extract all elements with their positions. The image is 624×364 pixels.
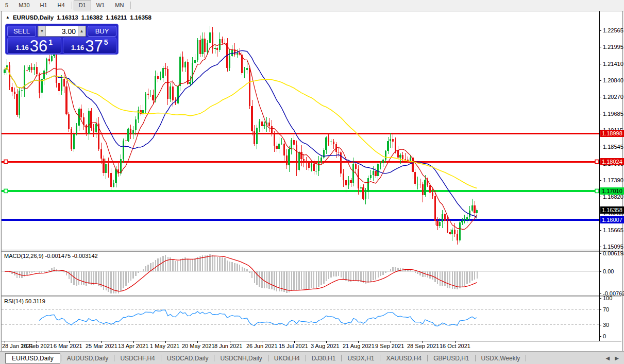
tab-gbpusd-h1[interactable]: GBPUSD,H1 [428, 353, 474, 363]
candles [4, 32, 478, 241]
moving-average-line [5, 43, 477, 229]
rsi-indicator-pane[interactable]: RSI(14) 50.3119 [2, 297, 621, 341]
ohlc-high-value: 1.16382 [81, 14, 103, 21]
tab-audusd-daily[interactable]: AUDUSD,Daily [62, 353, 114, 363]
tab-separator [61, 355, 61, 361]
sell-price-display[interactable]: 1.16 36 1 [7, 38, 61, 54]
line-handle[interactable] [595, 189, 599, 193]
tab-usdcnh-daily[interactable]: USDCNH,Daily [215, 353, 267, 363]
timeframe-button-mn[interactable]: MN [110, 1, 129, 10]
tab-separator [475, 355, 476, 361]
price-chart-pane[interactable]: ▲ EURUSD,Daily 1.16313 1.16382 1.16211 1… [2, 11, 621, 250]
volume-spinner: ▼ ▲ [38, 26, 86, 37]
tab-separator [526, 355, 526, 361]
rsi-chart [2, 297, 599, 341]
line-handle[interactable] [595, 160, 599, 164]
tab-separator [306, 355, 306, 361]
ohlc-open-value: 1.16313 [57, 14, 78, 21]
date-axis [2, 341, 621, 351]
buy-price-display[interactable]: 1.16 37 5 [63, 38, 117, 54]
timeframe-button-h4[interactable]: H4 [53, 1, 70, 10]
buy-button[interactable]: BUY [88, 26, 116, 37]
timeframe-button-5[interactable]: 5 [0, 1, 13, 10]
buy-price-main: 37 [85, 39, 103, 53]
timeframe-toolbar: 5M30H1H4D1W1MN [0, 0, 624, 11]
macd-indicator-pane[interactable]: MACD(12,26,9) -0.001475 -0.003142 [2, 252, 621, 295]
one-click-trading-panel: SELL ▼ ▲ BUY 1.16 36 1 1.16 [5, 24, 119, 55]
tab-scroll-right-icon[interactable]: ▶ [615, 355, 619, 361]
tab-eurusd-daily[interactable]: EURUSD,Daily [5, 353, 60, 363]
line-handle[interactable] [4, 160, 8, 164]
trading-terminal-window: 5M30H1H4D1W1MN ▲ EURUSD,Daily 1.16313 1.… [0, 0, 624, 364]
chart-symbol-label: EURUSD,Daily [13, 14, 54, 21]
sell-button[interactable]: SELL [7, 26, 36, 37]
tab-separator [268, 355, 268, 361]
chart-window[interactable]: ▲ EURUSD,Daily 1.16313 1.16382 1.16211 1… [1, 11, 623, 352]
timeframe-button-w1[interactable]: W1 [91, 1, 110, 10]
tab-separator [214, 355, 214, 361]
buy-price-pip: 5 [104, 38, 108, 46]
macd-label: MACD(12,26,9) -0.001475 -0.003142 [4, 253, 98, 259]
tab-usdchf-h4[interactable]: USDCHF,H4 [115, 353, 160, 363]
tab-separator [161, 355, 161, 361]
tab-separator [427, 355, 428, 361]
ohlc-close-value: 1.16358 [130, 14, 151, 21]
buy-price-prefix: 1.16 [71, 44, 84, 51]
chart-tab-bar: EURUSD,DailyAUDUSD,DailyUSDCHF,H4USDCAD,… [0, 351, 624, 364]
timeframe-button-h1[interactable]: H1 [35, 1, 53, 10]
collapse-arrow-icon[interactable]: ▲ [6, 15, 10, 21]
sell-price-main: 36 [30, 39, 47, 53]
timeframe-button-d1[interactable]: D1 [74, 1, 91, 10]
toolbar-separator [72, 2, 72, 9]
timeframe-button-m30[interactable]: M30 [13, 1, 35, 10]
chart-tabs: EURUSD,DailyAUDUSD,DailyUSDCHF,H4USDCAD,… [0, 353, 527, 363]
volume-increase-icon[interactable]: ▲ [78, 26, 86, 36]
tab-scroll-left-icon[interactable]: ◀ [606, 355, 610, 361]
volume-decrease-icon[interactable]: ▼ [38, 26, 46, 36]
tab-usdx-weekly[interactable]: USDX,Weekly [476, 353, 526, 363]
line-handle[interactable] [4, 189, 8, 193]
tab-usdcad-daily[interactable]: USDCAD,Daily [162, 353, 214, 363]
toolbar-separator [130, 2, 131, 9]
volume-input[interactable] [46, 26, 78, 36]
chart-header: ▲ EURUSD,Daily 1.16313 1.16382 1.16211 1… [6, 14, 151, 21]
price-axis-line [599, 11, 600, 341]
tab-xauusd-h4[interactable]: XAUUSD,H4 [381, 353, 427, 363]
tab-separator [380, 355, 380, 361]
tab-separator [114, 355, 114, 361]
tab-separator [341, 355, 342, 361]
tab-ukoil-h4[interactable]: UKOil,H4 [269, 353, 305, 363]
rsi-label: RSI(14) 50.3119 [4, 298, 45, 304]
rsi-line [39, 310, 477, 326]
sell-price-prefix: 1.16 [15, 44, 28, 51]
tab-usdx-h1[interactable]: USDX,H1 [342, 353, 379, 363]
moving-average-line [5, 67, 477, 188]
sell-price-pip: 1 [48, 38, 53, 46]
tab-dj30-h1[interactable]: DJ30,H1 [307, 353, 341, 363]
macd-signal-line [5, 256, 477, 291]
ohlc-low-value: 1.16211 [106, 14, 127, 21]
